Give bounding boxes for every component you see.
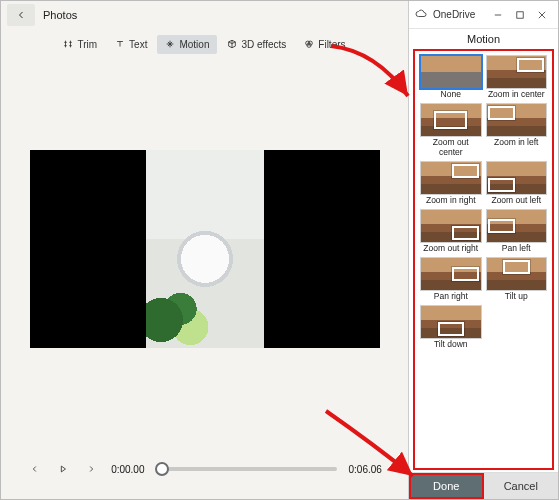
cancel-button[interactable]: Cancel — [484, 473, 559, 499]
motion-option[interactable]: Pan right — [420, 257, 482, 301]
motion-option[interactable]: Pan left — [486, 209, 548, 253]
motion-option[interactable]: Zoom out center — [420, 103, 482, 157]
motion-option-label: Tilt up — [486, 291, 548, 301]
arrow-left-icon — [15, 9, 27, 21]
motion-option-label: Pan left — [486, 243, 548, 253]
video-preview — [146, 150, 264, 348]
video-frame[interactable] — [30, 150, 380, 348]
text-icon — [115, 39, 125, 49]
panel-app-title: OneDrive — [433, 9, 475, 20]
motion-options-container: NoneZoom in centerZoom out centerZoom in… — [413, 49, 554, 470]
motion-icon — [165, 39, 175, 49]
tool-text[interactable]: Text — [107, 35, 155, 54]
motion-option[interactable]: Zoom in center — [486, 55, 548, 99]
motion-option[interactable]: Tilt up — [486, 257, 548, 301]
editor-toolbar: Trim Text Motion 3D effects Filters — [1, 29, 408, 59]
prev-frame-button[interactable] — [27, 461, 43, 477]
filters-icon — [304, 39, 314, 49]
tool-label: Motion — [179, 39, 209, 50]
seek-thumb[interactable] — [155, 462, 169, 476]
skip-back-icon — [30, 464, 40, 474]
motion-option[interactable]: None — [420, 55, 482, 99]
motion-thumb — [486, 209, 548, 243]
motion-option[interactable]: Zoom out right — [420, 209, 482, 253]
total-time: 0:06.06 — [349, 464, 382, 475]
motion-thumb — [486, 161, 548, 195]
motion-option-label: Zoom out center — [420, 137, 482, 157]
motion-option-label: Zoom in right — [420, 195, 482, 205]
motion-option-label: Pan right — [420, 291, 482, 301]
panel-heading: Motion — [409, 29, 558, 47]
close-button[interactable] — [532, 8, 552, 22]
tool-label: Trim — [77, 39, 97, 50]
next-frame-button[interactable] — [83, 461, 99, 477]
motion-thumb — [420, 209, 482, 243]
tool-trim[interactable]: Trim — [55, 35, 105, 54]
svg-rect-3 — [517, 11, 523, 17]
editor-pane: Photos Trim Text Motion 3D effects Filte… — [1, 1, 408, 499]
motion-option[interactable]: Tilt down — [420, 305, 482, 349]
motion-thumb — [420, 103, 482, 137]
motion-thumb — [420, 257, 482, 291]
minimize-icon — [494, 11, 502, 19]
motion-thumb — [486, 257, 548, 291]
trim-icon — [63, 39, 73, 49]
motion-option-label: None — [420, 89, 482, 99]
motion-option-label: Tilt down — [420, 339, 482, 349]
tool-filters[interactable]: Filters — [296, 35, 353, 54]
motion-thumb — [420, 305, 482, 339]
current-time: 0:00.00 — [111, 464, 144, 475]
motion-thumb — [420, 55, 482, 89]
motion-option[interactable]: Zoom in left — [486, 103, 548, 157]
maximize-icon — [516, 11, 524, 19]
app-window: Photos Trim Text Motion 3D effects Filte… — [0, 0, 559, 500]
back-button[interactable] — [7, 4, 35, 26]
playback-bar: 0:00.00 0:06.06 — [1, 439, 408, 499]
tool-label: Filters — [318, 39, 345, 50]
seek-track[interactable] — [157, 467, 337, 471]
motion-option-label: Zoom out left — [486, 195, 548, 205]
video-stage — [1, 59, 408, 439]
close-icon — [538, 11, 546, 19]
tool-label: Text — [129, 39, 147, 50]
motion-thumb — [486, 55, 548, 89]
panel-titlebar: OneDrive — [409, 1, 558, 29]
cube-icon — [227, 39, 237, 49]
motion-option-label: Zoom in left — [486, 137, 548, 147]
motion-option-label: Zoom out right — [420, 243, 482, 253]
tool-label: 3D effects — [241, 39, 286, 50]
panel-actions: Done Cancel — [409, 472, 558, 499]
motion-option[interactable]: Zoom in right — [420, 161, 482, 205]
editor-titlebar: Photos — [1, 1, 408, 29]
motion-thumb — [420, 161, 482, 195]
tool-motion[interactable]: Motion — [157, 35, 217, 54]
play-icon — [58, 464, 68, 474]
skip-forward-icon — [86, 464, 96, 474]
minimize-button[interactable] — [488, 8, 508, 22]
motion-thumb — [486, 103, 548, 137]
tool-3d-effects[interactable]: 3D effects — [219, 35, 294, 54]
motion-option-label: Zoom in center — [486, 89, 548, 99]
maximize-button[interactable] — [510, 8, 530, 22]
motion-option[interactable]: Zoom out left — [486, 161, 548, 205]
app-title: Photos — [43, 9, 77, 21]
cloud-icon — [415, 8, 427, 22]
play-button[interactable] — [55, 461, 71, 477]
video-preview-decor — [146, 278, 210, 348]
motion-grid: NoneZoom in centerZoom out centerZoom in… — [420, 55, 547, 349]
done-button[interactable]: Done — [409, 473, 484, 499]
motion-panel: OneDrive Motion NoneZoom in centerZoom o… — [408, 1, 558, 499]
